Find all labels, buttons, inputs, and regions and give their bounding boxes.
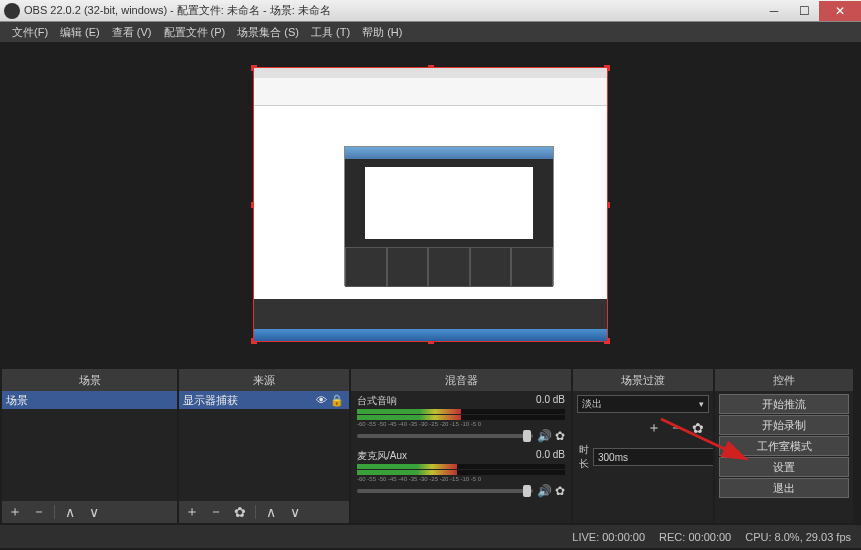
audio-meter bbox=[357, 464, 565, 469]
mute-button[interactable]: 🔊 bbox=[537, 484, 552, 498]
source-item[interactable]: 显示器捕获 👁 🔒 bbox=[179, 391, 349, 409]
audio-meter bbox=[357, 470, 565, 475]
scenes-dock: 场景 场景 ＋ － ∧ ∨ bbox=[2, 369, 177, 523]
mixer-channel: 台式音响 0.0 dB -60 -55 -50 -45 -40 -35 -30 … bbox=[351, 391, 571, 446]
menu-tools[interactable]: 工具 (T) bbox=[305, 25, 356, 40]
sources-dock: 来源 显示器捕获 👁 🔒 ＋ － ✿ ∧ ∨ bbox=[179, 369, 349, 523]
mixer-channel: 麦克风/Aux 0.0 dB -60 -55 -50 -45 -40 -35 -… bbox=[351, 446, 571, 501]
sources-header: 来源 bbox=[179, 369, 349, 391]
transition-selected-label: 淡出 bbox=[582, 397, 602, 411]
scenes-list[interactable]: 场景 bbox=[2, 391, 177, 501]
preview-content bbox=[254, 68, 607, 341]
menu-bar: 文件(F) 编辑 (E) 查看 (V) 配置文件 (P) 场景集合 (S) 工具… bbox=[0, 22, 861, 42]
mixer-channel-name: 台式音响 bbox=[357, 394, 397, 408]
exit-button[interactable]: 退出 bbox=[719, 478, 849, 498]
volume-slider[interactable] bbox=[357, 434, 533, 438]
audio-meter bbox=[357, 409, 565, 414]
remove-transition-button[interactable]: － bbox=[667, 419, 685, 437]
window-titlebar: OBS 22.0.2 (32-bit, windows) - 配置文件: 未命名… bbox=[0, 0, 861, 22]
transitions-dock: 场景过渡 淡出 ＋ － ✿ 时长 bbox=[573, 369, 713, 523]
scene-up-button[interactable]: ∧ bbox=[61, 504, 79, 520]
transition-settings-button[interactable]: ✿ bbox=[689, 420, 707, 436]
mixer-channel-db: 0.0 dB bbox=[536, 394, 565, 408]
add-source-button[interactable]: ＋ bbox=[183, 503, 201, 521]
mixer-body: 台式音响 0.0 dB -60 -55 -50 -45 -40 -35 -30 … bbox=[351, 391, 571, 523]
transition-select[interactable]: 淡出 bbox=[577, 395, 709, 413]
start-recording-button[interactable]: 开始录制 bbox=[719, 415, 849, 435]
add-transition-button[interactable]: ＋ bbox=[645, 419, 663, 437]
menu-profile[interactable]: 配置文件 (P) bbox=[158, 25, 232, 40]
mute-button[interactable]: 🔊 bbox=[537, 429, 552, 443]
docks-container: 场景 场景 ＋ － ∧ ∨ 来源 显示器捕获 👁 🔒 ＋ － ✿ ∧ bbox=[0, 367, 861, 525]
studio-mode-button[interactable]: 工作室模式 bbox=[719, 436, 849, 456]
source-item-label: 显示器捕获 bbox=[183, 393, 238, 408]
menu-file[interactable]: 文件(F) bbox=[6, 25, 54, 40]
preview-area[interactable] bbox=[0, 42, 861, 367]
settings-button[interactable]: 设置 bbox=[719, 457, 849, 477]
status-bar: LIVE: 00:00:00 REC: 00:00:00 CPU: 8.0%, … bbox=[0, 525, 861, 548]
duration-input[interactable] bbox=[593, 448, 713, 466]
start-streaming-button[interactable]: 开始推流 bbox=[719, 394, 849, 414]
scene-item[interactable]: 场景 bbox=[2, 391, 177, 409]
status-live: LIVE: 00:00:00 bbox=[572, 531, 645, 543]
obs-app-icon bbox=[4, 3, 20, 19]
menu-view[interactable]: 查看 (V) bbox=[106, 25, 158, 40]
menu-scene-collection[interactable]: 场景集合 (S) bbox=[231, 25, 305, 40]
mixer-channel-db: 0.0 dB bbox=[536, 449, 565, 463]
controls-dock: 控件 开始推流 开始录制 工作室模式 设置 退出 bbox=[715, 369, 853, 523]
preview-source-bounds[interactable] bbox=[253, 67, 608, 342]
channel-settings-button[interactable]: ✿ bbox=[555, 484, 565, 498]
menu-help[interactable]: 帮助 (H) bbox=[356, 25, 408, 40]
audio-meter bbox=[357, 415, 565, 420]
source-down-button[interactable]: ∨ bbox=[286, 504, 304, 520]
sources-list[interactable]: 显示器捕获 👁 🔒 bbox=[179, 391, 349, 501]
window-title: OBS 22.0.2 (32-bit, windows) - 配置文件: 未命名… bbox=[24, 3, 759, 18]
menu-edit[interactable]: 编辑 (E) bbox=[54, 25, 106, 40]
remove-source-button[interactable]: － bbox=[207, 503, 225, 521]
source-up-button[interactable]: ∧ bbox=[262, 504, 280, 520]
controls-header: 控件 bbox=[715, 369, 853, 391]
add-scene-button[interactable]: ＋ bbox=[6, 503, 24, 521]
mixer-channel-name: 麦克风/Aux bbox=[357, 449, 407, 463]
mixer-dock: 混音器 台式音响 0.0 dB -60 -55 -50 -45 -40 -35 … bbox=[351, 369, 571, 523]
close-button[interactable]: ✕ bbox=[819, 1, 861, 21]
minimize-button[interactable]: ─ bbox=[759, 1, 789, 21]
status-rec: REC: 00:00:00 bbox=[659, 531, 731, 543]
transitions-header: 场景过渡 bbox=[573, 369, 713, 391]
remove-scene-button[interactable]: － bbox=[30, 503, 48, 521]
source-visibility-toggle[interactable]: 👁 bbox=[313, 394, 329, 406]
scenes-header: 场景 bbox=[2, 369, 177, 391]
status-cpu: CPU: 8.0%, 29.03 fps bbox=[745, 531, 851, 543]
duration-label: 时长 bbox=[579, 443, 589, 471]
source-lock-toggle[interactable]: 🔒 bbox=[329, 394, 345, 407]
volume-slider[interactable] bbox=[357, 489, 533, 493]
channel-settings-button[interactable]: ✿ bbox=[555, 429, 565, 443]
maximize-button[interactable]: ☐ bbox=[789, 1, 819, 21]
source-settings-button[interactable]: ✿ bbox=[231, 504, 249, 520]
mixer-header: 混音器 bbox=[351, 369, 571, 391]
scene-down-button[interactable]: ∨ bbox=[85, 504, 103, 520]
